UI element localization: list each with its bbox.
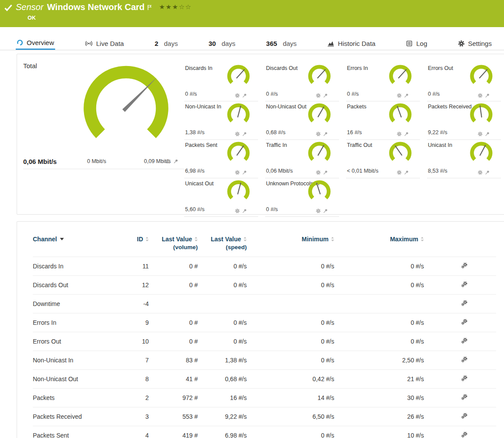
channel-settings-gears-icon[interactable] [461, 431, 468, 438]
tab-30-days[interactable]: 30days [208, 37, 236, 50]
tab-log[interactable]: Log [405, 37, 428, 50]
mini-gauge-pin-icon[interactable] [485, 170, 490, 175]
tab-overview[interactable]: Overview [16, 37, 55, 50]
star-rating[interactable]: ★★★☆☆ [159, 3, 192, 11]
cell-last-value-volume: 0 # [149, 257, 198, 276]
tab-365-days[interactable]: 365days [265, 37, 298, 50]
table-row: Non-Unicast Out 8 41 # 0,68 #/s 0,42 #/s… [33, 370, 496, 389]
mini-gauge-pin-icon[interactable] [242, 93, 247, 98]
total-current-value: 0,06 Mbit/s [23, 158, 57, 165]
mini-gauge [388, 141, 413, 165]
mini-gauge-cell: Unicast Out 5,60 #/s [184, 178, 258, 217]
sort-icon[interactable] [420, 237, 424, 241]
tab-historic-data[interactable]: Historic Data [326, 37, 376, 50]
channel-settings-gears-icon[interactable] [461, 337, 468, 344]
mini-gauge-pin-icon[interactable] [242, 170, 247, 175]
mini-gauge-gear-icon[interactable] [316, 209, 321, 213]
mini-gauge-needle [398, 70, 406, 78]
cell-last-value-speed: 16 #/s [198, 389, 247, 407]
mini-gauge-gear-icon[interactable] [235, 93, 240, 98]
channel-settings-gears-icon[interactable] [461, 281, 468, 288]
mini-gauge-gear-icon[interactable] [316, 93, 321, 98]
channel-settings-gears-icon[interactable] [461, 300, 468, 306]
column-header-minimum[interactable]: Minimum [247, 233, 334, 257]
tab-settings[interactable]: Settings [457, 37, 493, 50]
table-row: Errors In 9 0 # 0 #/s 0 #/s 0 #/s [33, 313, 496, 332]
mini-gauge-pin-icon[interactable] [323, 132, 328, 136]
sort-icon[interactable] [243, 237, 247, 241]
mini-gauge-gear-icon[interactable] [316, 132, 321, 136]
total-gauge-pin-icon[interactable] [173, 159, 178, 164]
mini-gauge-pin-icon[interactable] [323, 209, 328, 213]
mini-gauge-value: 0,06 Mbit/s [266, 168, 293, 174]
cell-minimum: 0 #/s [247, 332, 334, 351]
mini-gauge-title: Non-Unicast In [185, 104, 221, 110]
mini-gauge-pin-icon[interactable] [242, 132, 247, 136]
tab-live-data[interactable]: Live Data [84, 37, 125, 50]
mini-gauge-gear-icon[interactable] [235, 170, 240, 175]
gauges-panel: Total 0,06 Mbit/s 0 Mbit/s 0,09 Mbit/s D… [17, 54, 504, 215]
mini-gauge-pin-icon[interactable] [485, 93, 490, 98]
channel-settings-gears-icon[interactable] [461, 319, 468, 325]
channel-settings-gears-icon[interactable] [461, 356, 468, 363]
cell-last-value-volume [149, 295, 198, 313]
channel-dropdown-caret-icon[interactable] [60, 238, 64, 240]
cell-last-value-volume: 41 # [149, 370, 198, 389]
mini-gauge [307, 180, 332, 203]
sort-icon[interactable] [194, 237, 198, 241]
sort-icon[interactable] [145, 237, 149, 241]
mini-gauge-gear-icon[interactable] [397, 93, 402, 98]
mini-gauge-pin-icon[interactable] [323, 93, 328, 98]
column-header-maximum[interactable]: Maximum [334, 233, 424, 257]
stars-filled-icon[interactable]: ★★★ [159, 3, 179, 10]
mini-gauge-title: Non-Unicast Out [266, 104, 306, 110]
mini-gauge-value: 8,53 #/s [428, 168, 447, 174]
mini-gauge-pin-icon[interactable] [404, 93, 409, 98]
mini-gauge-needle [479, 70, 487, 78]
cell-id: 11 [125, 257, 149, 276]
channel-settings-gears-icon[interactable] [461, 375, 468, 382]
mini-gauge-pin-icon[interactable] [485, 132, 490, 136]
channel-settings-gears-icon[interactable] [461, 262, 468, 269]
mini-gauge [307, 141, 332, 165]
column-header-channel[interactable]: Channel [33, 233, 125, 257]
stars-empty-icon[interactable]: ☆☆ [178, 3, 192, 10]
mini-gauge-pin-icon[interactable] [242, 209, 247, 213]
flag-icon[interactable] [147, 3, 152, 13]
sort-icon[interactable] [331, 237, 334, 241]
total-gauge-gear-icon[interactable] [166, 159, 171, 164]
table-row: Packets Received 3 553 # 9,22 #/s 6,50 #… [33, 407, 496, 426]
column-header-actions [424, 233, 496, 257]
channel-settings-gears-icon[interactable] [461, 413, 468, 419]
mini-gauge-pin-icon[interactable] [404, 170, 409, 175]
mini-gauge-gear-icon[interactable] [316, 170, 321, 175]
mini-gauge-gear-icon[interactable] [235, 132, 240, 136]
tab-2-days[interactable]: 2days [154, 37, 178, 50]
mini-gauge-value: 0 #/s [428, 91, 440, 97]
mini-gauge-needle [397, 106, 401, 118]
mini-gauge-gear-icon[interactable] [235, 209, 240, 213]
mini-gauge-pin-icon[interactable] [323, 170, 328, 175]
mini-gauge-pin-icon[interactable] [404, 132, 409, 136]
mini-gauge-title: Discards Out [266, 65, 298, 71]
mini-gauge-title: Errors In [347, 65, 368, 71]
mini-gauge-gear-icon[interactable] [478, 132, 483, 136]
mini-gauge-gear-icon[interactable] [478, 93, 483, 98]
cell-last-value-volume: 553 # [149, 407, 198, 426]
channel-table-panel: Channel ID Last Value (volume) [17, 221, 504, 438]
mini-gauge-cell: Discards In 0 #/s [184, 63, 258, 101]
settings-gear-icon [458, 40, 465, 47]
mini-gauge-gear-icon[interactable] [397, 132, 402, 136]
mini-gauge-gear-icon[interactable] [478, 170, 483, 175]
channel-settings-gears-icon[interactable] [461, 394, 468, 400]
overview-gauge-icon [17, 39, 23, 46]
column-header-id[interactable]: ID [125, 233, 149, 257]
cell-last-value-speed: 1,38 #/s [198, 351, 247, 370]
cell-id: 2 [125, 389, 149, 407]
mini-gauge-gear-icon[interactable] [397, 170, 402, 175]
mini-gauge-value: 0 #/s [347, 91, 359, 97]
column-header-last-value-volume[interactable]: Last Value (volume) [149, 233, 198, 257]
column-header-last-value-speed[interactable]: Last Value (speed) [198, 233, 247, 257]
cell-minimum: 0 #/s [247, 351, 334, 370]
table-row: Packets 2 972 # 16 #/s 14 #/s 30 #/s [33, 389, 496, 407]
